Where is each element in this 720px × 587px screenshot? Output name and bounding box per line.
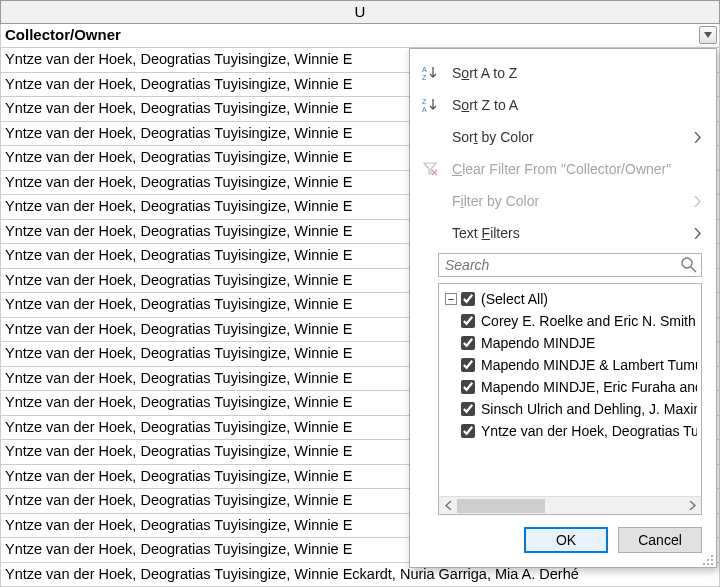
svg-point-9 (707, 563, 709, 565)
ok-button[interactable]: OK (524, 527, 608, 553)
filter-dropdown-button[interactable] (699, 26, 717, 44)
svg-text:Z: Z (422, 98, 427, 105)
sort-desc-icon: Z A (420, 95, 442, 115)
filter-item-checkbox[interactable] (461, 336, 475, 350)
cancel-button[interactable]: Cancel (618, 527, 702, 553)
filter-checkbox-row[interactable]: Corey E. Roelke and Eric N. Smith (461, 310, 697, 332)
chevron-right-icon (692, 132, 702, 142)
menu-label: Sort Z to A (452, 97, 702, 113)
filter-item-label: Mapendo MINDJE, Eric Furaha and Er (481, 379, 697, 395)
chevron-down-icon (704, 32, 712, 38)
filter-item-label: Mapendo MINDJE & Lambert Tumush (481, 357, 697, 373)
text-filters[interactable]: Text Filters (410, 217, 716, 249)
filter-item-checkbox[interactable] (461, 424, 475, 438)
select-all-label: (Select All) (481, 291, 548, 307)
autofilter-popup: A Z Sort A to Z Z A Sort Z to A Sort by … (409, 48, 717, 568)
scrollbar-thumb[interactable] (457, 499, 545, 513)
select-all-checkbox-row[interactable]: − (Select All) (445, 288, 697, 310)
svg-point-10 (711, 563, 713, 565)
select-all-checkbox[interactable] (461, 292, 475, 306)
scrollbar-track[interactable] (457, 498, 683, 514)
svg-point-8 (703, 563, 705, 565)
filter-item-label: Sinsch Ulrich and Dehling, J. Maximilia (481, 401, 697, 417)
filter-item-checkbox[interactable] (461, 314, 475, 328)
chevron-right-icon (692, 228, 702, 238)
horizontal-scrollbar[interactable] (439, 496, 701, 514)
svg-point-4 (682, 258, 692, 268)
scroll-left-arrow[interactable] (439, 498, 457, 514)
filter-by-color: Filter by Color (410, 185, 716, 217)
column-letter-header[interactable]: U (0, 0, 720, 24)
search-icon (680, 256, 698, 274)
filter-item-checkbox[interactable] (461, 358, 475, 372)
filter-item-checkbox[interactable] (461, 380, 475, 394)
filter-checkbox-row[interactable]: Mapendo MINDJE, Eric Furaha and Er (461, 376, 697, 398)
chevron-right-icon (692, 196, 702, 206)
clear-filter-icon (420, 159, 442, 179)
tree-collapse-icon[interactable]: − (445, 293, 457, 305)
filter-checkbox-row[interactable]: Yntze van der Hoek, Deogratias Tuyis (461, 420, 697, 442)
filter-checkbox-row[interactable]: Sinsch Ulrich and Dehling, J. Maximilia (461, 398, 697, 420)
menu-label: Filter by Color (452, 193, 692, 209)
filter-search-input[interactable] (438, 253, 702, 277)
svg-point-7 (711, 559, 713, 561)
column-header-label: Collector/Owner (5, 26, 121, 43)
svg-point-6 (707, 559, 709, 561)
sort-a-to-z[interactable]: A Z Sort A to Z (410, 57, 716, 89)
menu-label: Text Filters (452, 225, 692, 241)
column-header-cell[interactable]: Collector/Owner (0, 24, 720, 48)
svg-text:A: A (422, 106, 427, 113)
filter-item-checkbox[interactable] (461, 402, 475, 416)
sort-by-color[interactable]: Sort by Color (410, 121, 716, 153)
menu-label: Sort by Color (452, 129, 692, 145)
sort-asc-icon: A Z (420, 63, 442, 83)
clear-filter: Clear Filter From "Collector/Owner" (410, 153, 716, 185)
svg-text:A: A (422, 66, 427, 73)
filter-checkbox-row[interactable]: Mapendo MINDJE & Lambert Tumush (461, 354, 697, 376)
resize-grip-icon[interactable] (702, 553, 714, 565)
filter-item-label: Yntze van der Hoek, Deogratias Tuyis (481, 423, 697, 439)
svg-point-5 (711, 555, 713, 557)
sort-z-to-a[interactable]: Z A Sort Z to A (410, 89, 716, 121)
menu-label: Clear Filter From "Collector/Owner" (452, 161, 702, 177)
filter-checkbox-row[interactable]: Mapendo MINDJE (461, 332, 697, 354)
filter-item-label: Corey E. Roelke and Eric N. Smith (481, 313, 696, 329)
scroll-right-arrow[interactable] (683, 498, 701, 514)
menu-label: Sort A to Z (452, 65, 702, 81)
svg-text:Z: Z (422, 74, 427, 81)
filter-item-label: Mapendo MINDJE (481, 335, 595, 351)
